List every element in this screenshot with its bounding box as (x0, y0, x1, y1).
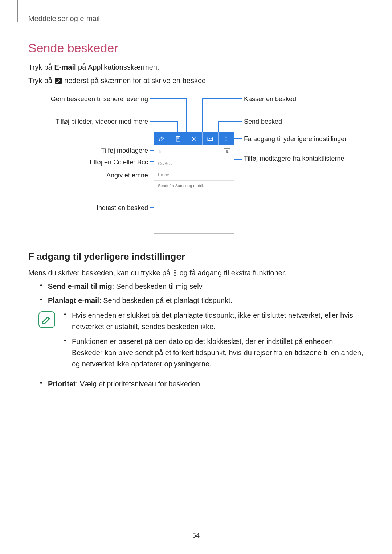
compose-diagram: Gem beskeden til senere levering Tilføj … (28, 92, 362, 237)
more-icon[interactable] (218, 132, 234, 145)
to-label: Til (158, 149, 162, 154)
list-item: Send e-mail til mig: Send beskeden til m… (38, 281, 364, 292)
compose-icon (55, 78, 62, 84)
more-options-list-2: Prioritet: Vælg et prioritetsniveau for … (38, 378, 364, 390)
intro-2: Tryk på nederst på skærmen for at skrive… (28, 75, 364, 86)
subject-label: Emne (158, 172, 169, 177)
subsection-title: F adgang til yderligere indstillinger (28, 251, 364, 262)
body-placeholder: Sendt fra Samsung mobil. (158, 184, 204, 188)
list-item: Prioritet: Vælg et prioritetsniveau for … (38, 378, 364, 390)
text: Tryk på (28, 63, 54, 71)
attach-icon[interactable] (154, 132, 170, 145)
item-name: Prioritet (48, 380, 76, 388)
item-text: : Send beskeden til mig selv. (112, 282, 204, 290)
svg-point-5 (226, 136, 227, 138)
page-number: 54 (0, 532, 392, 539)
ccbcc-field[interactable]: Cc/Bcc (154, 158, 234, 169)
more-icon (173, 270, 177, 276)
text: og få adgang til ekstra funktioner. (177, 269, 286, 277)
compose-toolbar (154, 132, 234, 145)
item-text: : Vælg et prioritetsniveau for beskeden. (76, 380, 202, 388)
text: på Applikationsskærmen. (76, 63, 159, 71)
note-icon (38, 311, 55, 328)
contacts-icon[interactable] (224, 148, 230, 155)
subject-field[interactable]: Emne (154, 169, 234, 181)
discard-icon[interactable] (186, 132, 202, 145)
section-title: Sende beskeder (28, 41, 364, 55)
list-item: Planlagt e-mail: Send beskeden på et pla… (38, 295, 364, 306)
item-name: Planlagt e-mail (48, 296, 99, 304)
svg-point-7 (226, 140, 227, 141)
app-name: E-mail (54, 63, 76, 71)
to-field[interactable]: Til (154, 145, 234, 158)
note-block: Hvis enheden er slukket på det planlagte… (38, 310, 364, 373)
text: Tryk på (28, 77, 54, 85)
item-text: : Send beskeden på et planlagt tidspunkt… (99, 296, 232, 304)
note-item: Hvis enheden er slukket på det planlagte… (62, 310, 364, 332)
svg-point-8 (226, 150, 228, 152)
svg-point-6 (226, 139, 227, 140)
text: nederst på skærmen for at skrive en besk… (62, 77, 208, 85)
item-name: Send e-mail til mig (48, 282, 112, 290)
save-draft-icon[interactable] (170, 132, 186, 145)
intro-1: Tryk på E-mail på Applikationsskærmen. (28, 62, 364, 73)
text: Mens du skriver beskeden, kan du trykke … (28, 269, 172, 277)
ccbcc-label: Cc/Bcc (158, 161, 172, 166)
note-item: Funktionen er baseret på den dato og det… (62, 336, 364, 370)
more-intro: Mens du skriver beskeden, kan du trykke … (28, 267, 364, 279)
note-list: Hvis enheden er slukket på det planlagte… (62, 310, 364, 373)
more-options-list: Send e-mail til mig: Send beskeden til m… (38, 281, 364, 306)
phone-mock: Til Cc/Bcc Emne Sendt fra Samsung mobil. (154, 132, 234, 234)
breadcrumb: Meddelelser og e-mail (28, 15, 364, 23)
body-field[interactable]: Sendt fra Samsung mobil. (154, 181, 234, 224)
send-icon[interactable] (202, 132, 218, 145)
